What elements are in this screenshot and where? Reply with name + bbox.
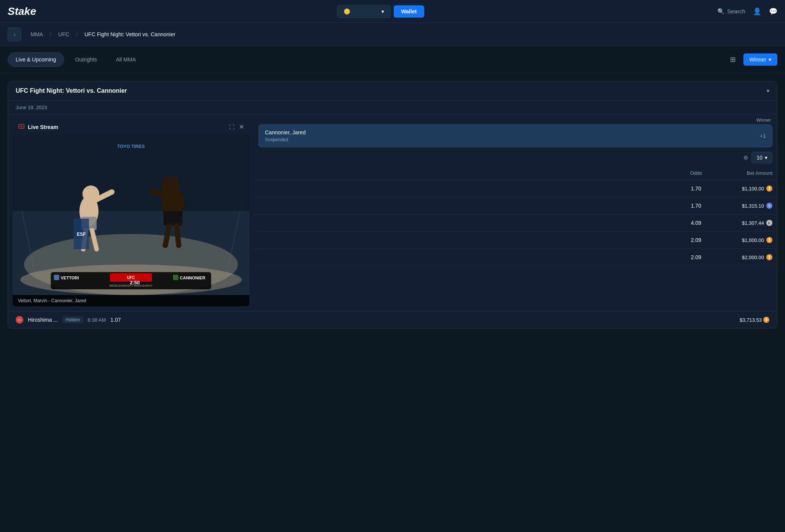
bet-amount-5: $2,000.00 ₿ [719,254,772,260]
chevron-down-icon: ▾ [381,8,384,15]
bet-amount-3: $1,307.44 Ł [719,220,772,226]
tab-outrights[interactable]: Outrights [67,52,105,67]
chevron-down-icon: ▾ [769,56,771,63]
suspended-odds: +1 [760,133,766,139]
live-stream-title: Live Stream [18,123,58,131]
close-icon[interactable]: ✕ [239,123,244,131]
table-row: 4.09 $1,307.44 Ł [254,214,777,232]
breadcrumb: ‹ MMA / UFC / UFC Fight Night: Vettori v… [0,23,785,46]
event-expand-icon[interactable]: ▾ [767,88,769,94]
event-card: UFC Fight Night: Vettori vs. Cannonier ▾… [8,81,777,329]
match-time: 6:38 AM [88,317,106,323]
header-center: 🪙 ▾ Wallet [44,5,718,18]
bets-section: Winner Cannonier, Jared Suspended +1 ⚙ 1… [254,114,777,311]
chevron-down-icon: ▾ [765,155,767,161]
count-value: 10 [756,155,762,161]
search-label: Search [727,8,745,15]
svg-text:UFC: UFC [127,276,135,280]
bet-amount-4: $1,000.00 ₿ [719,237,772,243]
svg-rect-25 [173,275,178,280]
tab-bar: Live & Upcoming Outrights All MMA ⊞ Winn… [0,46,785,73]
search-button[interactable]: 🔍 Search [717,8,745,15]
wallet-button[interactable]: Wallet [394,5,425,18]
live-stream-panel: Live Stream ⛶ ✕ [13,119,249,306]
table-row: 1.70 $1,315.10 Ξ [254,197,777,214]
bets-table-body: 1.70 $1,100.00 ₿ 1.70 $1,315.10 Ξ [254,180,777,266]
col-outcome [258,170,673,176]
svg-text:MIDDLEWEIGHT MAIN EVENT: MIDDLEWEIGHT MAIN EVENT [109,284,152,287]
breadcrumb-ufc[interactable]: UFC [52,28,76,40]
svg-marker-1 [21,126,23,127]
col-odds: Odds [673,170,719,176]
back-button[interactable]: ‹ [8,27,21,41]
event-body: Live Stream ⛶ ✕ [8,114,777,311]
stream-video: VETTORI UFC 2:50 CANNONIER MIDDLEWEIGHT … [13,135,249,295]
breadcrumb-sep-2: / [76,31,78,37]
tab-all-mma[interactable]: All MMA [108,52,144,67]
bets-table-header: Odds Bet Amount [254,166,777,180]
coin-ltc-icon: Ł [766,220,772,226]
chevron-left-icon: ‹ [14,31,16,37]
filter-label: Winner [749,56,766,63]
fullscreen-icon[interactable]: ⛶ [229,124,234,130]
user-icon[interactable]: 👤 [753,7,761,16]
svg-rect-14 [163,211,183,226]
svg-text:ESF: ESF [77,232,86,237]
winner-filter-button[interactable]: Winner ▾ [743,53,777,66]
svg-rect-20 [54,275,59,280]
breadcrumb-mma[interactable]: MMA [24,28,49,40]
event-date: June 18, 2023 [8,101,777,114]
coin-btc-icon: ₿ [763,317,769,323]
bet-odds-3: 4.09 [673,220,719,226]
bets-filter-icon[interactable]: ⚙ [743,155,748,161]
suspended-status: Suspended [265,137,306,142]
bet-odds-5: 2.09 [673,254,719,260]
chat-icon[interactable]: 💬 [769,7,777,16]
currency-icon: 🪙 [344,8,350,15]
live-indicator [18,123,25,131]
stream-footer: Vettori, Marvin - Cannonier, Jared [13,295,249,306]
event-header: UFC Fight Night: Vettori vs. Cannonier ▾ [8,81,777,101]
suspended-fighter-name: Cannonier, Jared [265,129,306,135]
bet-amount-2: $1,315.10 Ξ [719,203,772,209]
header-actions: 🔍 Search 👤 💬 [717,7,777,16]
svg-line-16 [165,226,169,245]
logo: Stake [8,5,36,18]
bet-odds-2: 1.70 [673,203,719,209]
match-odds: 1.07 [110,317,121,323]
main-content: UFC Fight Night: Vettori vs. Cannonier ▾… [0,73,785,336]
coin-eth-icon: Ξ [766,203,772,209]
svg-text:TOYO TIRES: TOYO TIRES [117,144,145,149]
live-stream-header: Live Stream ⛶ ✕ [13,119,249,135]
event-title: UFC Fight Night: Vettori vs. Cannonier [16,87,127,94]
bets-controls: ⚙ 10 ▾ [254,149,777,166]
stream-controls: ⛶ ✕ [229,123,244,131]
currency-selector[interactable]: 🪙 ▾ [337,5,391,18]
grid-icon[interactable]: ⊞ [730,55,736,64]
match-amount: $3,713.53 ₿ [740,317,769,323]
suspended-badge: Cannonier, Jared Suspended +1 [258,124,772,147]
svg-line-17 [177,226,179,245]
count-selector[interactable]: 10 ▾ [751,152,772,163]
svg-text:VETTORI: VETTORI [61,276,79,280]
bet-odds-4: 2.09 [673,237,719,243]
svg-line-15 [152,192,173,196]
livestream-label: Live Stream [28,124,58,130]
coin-btc-icon: ₿ [766,185,772,192]
coin-btc-icon: ₿ [766,237,772,243]
breadcrumb-current: UFC Fight Night: Vettori vs. Cannonier [78,28,181,40]
bet-amount-1: $1,100.00 ₿ [719,185,772,192]
header: Stake 🪙 ▾ Wallet 🔍 Search 👤 💬 [0,0,785,23]
hiroshima-row: H Hiroshima ... Hidden 6:38 AM 1.07 $3,7… [8,311,777,328]
bet-odds-1: 1.70 [673,185,719,192]
search-icon: 🔍 [717,8,725,15]
hidden-tag: Hidden [63,316,83,323]
breadcrumb-sep-1: / [50,31,52,37]
svg-text:CANNONIER: CANNONIER [180,276,205,280]
table-row: 2.09 $1,000.00 ₿ [254,232,777,249]
team-logo: H [16,316,23,324]
table-row: 1.70 $1,100.00 ₿ [254,180,777,197]
winner-column-label: Winner [756,118,771,123]
tab-live-upcoming[interactable]: Live & Upcoming [8,52,64,67]
col-bet-amount: Bet Amount [719,170,772,176]
